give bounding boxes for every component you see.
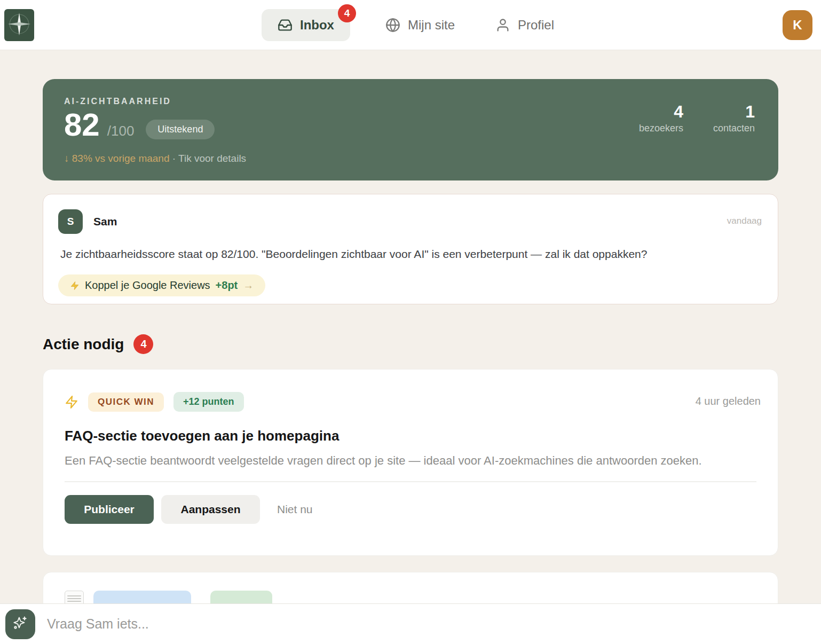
next-action-card-partial[interactable] — [43, 572, 778, 603]
person-icon — [495, 18, 510, 33]
score-status-badge: Uitstekend — [146, 120, 215, 139]
tab-inbox[interactable]: Inbox 4 — [262, 9, 350, 41]
stat-label: bezoekers — [639, 123, 683, 134]
section-title: Actie nodig — [43, 336, 124, 353]
divider — [65, 481, 756, 482]
stat-contacten: 1 contacten — [713, 101, 755, 134]
action-description: Een FAQ-sectie beantwoordt veelgestelde … — [65, 451, 716, 470]
top-nav: Inbox 4 Mijn site Profiel K — [0, 0, 821, 50]
inbox-icon — [278, 18, 293, 33]
section-count-badge: 4 — [133, 334, 153, 354]
aanpassen-button[interactable]: Aanpassen — [161, 495, 260, 524]
message-timestamp: vandaag — [727, 216, 762, 226]
stat-value: 4 — [639, 101, 683, 122]
hero-stats: 4 bezoekers 1 contacten — [639, 101, 755, 134]
tab-profiel-label: Profiel — [518, 18, 554, 33]
ask-sam-bar — [0, 603, 821, 644]
points-badge: +12 punten — [173, 392, 244, 412]
blue-badge-partial — [93, 591, 191, 603]
publiceer-button[interactable]: Publiceer — [65, 495, 154, 524]
stat-value: 1 — [713, 101, 755, 122]
nav-tabs: Inbox 4 Mijn site Profiel — [0, 0, 821, 50]
niet-nu-button[interactable]: Niet nu — [277, 503, 313, 516]
action-title: FAQ-sectie toevoegen aan je homepagina — [65, 428, 756, 444]
tab-mijn-site-label: Mijn site — [408, 18, 455, 33]
sam-message-card: S Sam vandaag Je zichtbaarheidsscore sta… — [43, 194, 778, 304]
tab-inbox-label: Inbox — [300, 18, 334, 33]
tab-profiel[interactable]: Profiel — [490, 9, 559, 41]
google-reviews-chip[interactable]: Koppel je Google Reviews +8pt → — [58, 274, 265, 296]
trend-details-hint: · Tik voor details — [172, 153, 246, 164]
globe-icon — [385, 18, 400, 33]
actie-nodig-header: Actie nodig 4 — [43, 334, 778, 354]
score-max: /100 — [107, 123, 135, 139]
message-sender: Sam — [93, 209, 763, 234]
stat-label: contacten — [713, 123, 755, 134]
main-content: AI-ZICHTBAARHEID 82 /100 Uitstekend ↓ 83… — [0, 50, 821, 603]
ask-sam-input[interactable] — [35, 616, 821, 632]
arrow-right-icon: → — [243, 279, 254, 292]
visibility-score-card[interactable]: AI-ZICHTBAARHEID 82 /100 Uitstekend ↓ 83… — [43, 79, 778, 180]
quick-win-badge: QUICK WIN — [88, 392, 164, 412]
message-body: Je zichtbaarheidsscore staat op 82/100. … — [60, 234, 763, 261]
trend-change: ↓ 83% vs vorige maand — [64, 153, 170, 164]
faq-action-card: QUICK WIN +12 punten 4 uur geleden FAQ-s… — [43, 369, 778, 556]
placeholder-icon — [65, 591, 84, 603]
zap-icon — [70, 280, 80, 291]
inbox-unread-badge: 4 — [338, 4, 356, 22]
chip-label: Koppel je Google Reviews — [85, 279, 210, 292]
chip-points: +8pt — [216, 279, 238, 292]
sam-avatar: S — [58, 209, 83, 234]
green-badge-partial — [210, 591, 272, 603]
zap-icon — [65, 394, 78, 410]
stat-bezoekers: 4 bezoekers — [639, 101, 683, 134]
action-timestamp: 4 uur geleden — [696, 395, 761, 407]
score-trend: ↓ 83% vs vorige maand · Tik voor details — [64, 153, 246, 164]
score-value: 82 — [64, 107, 100, 143]
tab-mijn-site[interactable]: Mijn site — [380, 9, 460, 41]
sam-ai-button[interactable] — [5, 609, 35, 639]
action-buttons: Publiceer Aanpassen Niet nu — [65, 495, 756, 524]
user-avatar[interactable]: K — [783, 10, 812, 40]
sparkle-icon — [11, 614, 29, 634]
